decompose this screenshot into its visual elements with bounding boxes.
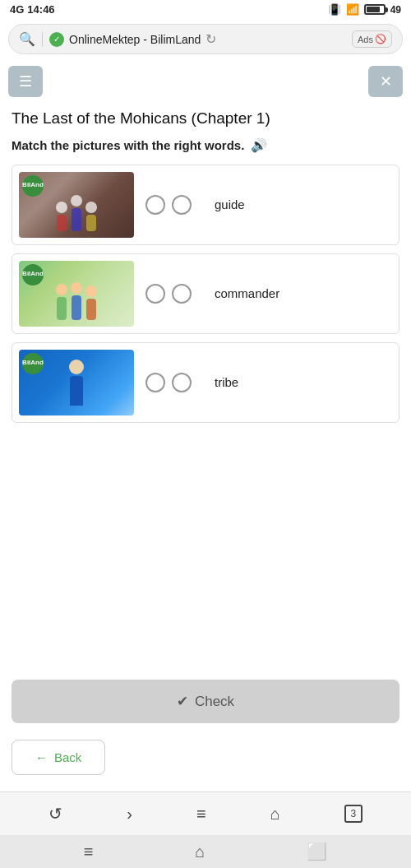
battery-fill [367, 7, 380, 12]
bilim-badge-1: BilAnd [22, 175, 44, 197]
menu-button[interactable]: ☰ [8, 66, 43, 97]
figure [85, 285, 97, 320]
sys-home-button[interactable]: ⌂ [195, 842, 205, 861]
ads-label: Ads [358, 35, 373, 44]
page-title: The Last of the Mohicans (Chapter 1) [0, 104, 411, 137]
pages-count: 3 [351, 808, 357, 819]
figure-body [57, 297, 67, 320]
battery-percent: 49 [390, 4, 401, 16]
figure-head [71, 282, 82, 294]
match-image-3: BilAnd [19, 350, 134, 415]
security-icon: ✓ [49, 32, 64, 47]
close-icon: ✕ [380, 72, 392, 91]
match-image-2: BilAnd [19, 261, 134, 327]
word-cell-3: tribe [203, 375, 392, 389]
sys-home-icon: ⌂ [195, 842, 205, 861]
sys-recent-button[interactable]: ⬜ [307, 842, 327, 861]
radio-group-3 [145, 373, 192, 392]
word-label-2: commander [215, 286, 279, 300]
check-button-wrapper: ✔ Check [0, 665, 411, 731]
status-bar: 4G 14:46 📳 📶 49 [0, 0, 411, 19]
bilim-badge-3: BilAnd [22, 353, 44, 374]
figure [69, 360, 84, 406]
home-button[interactable]: ⌂ [264, 801, 287, 827]
instruction: Match the pictures with the right words.… [12, 137, 399, 153]
system-bar: ≡ ⌂ ⬜ [0, 835, 411, 868]
back-icon: ← [35, 750, 48, 764]
wifi-icon: 📶 [346, 3, 359, 16]
radio-right-1[interactable] [172, 195, 192, 215]
figure-head [85, 202, 97, 213]
radio-left-3[interactable] [145, 373, 165, 392]
divider [42, 32, 43, 47]
check-label: Check [195, 694, 234, 710]
match-image-1: BilAnd [19, 172, 134, 238]
radio-group-2 [145, 284, 192, 304]
radio-right-3[interactable] [172, 373, 192, 392]
figure [71, 282, 82, 320]
word-label-3: tribe [215, 375, 238, 389]
check-button[interactable]: ✔ Check [12, 680, 399, 723]
browser-bar[interactable]: 🔍 ✓ OnlineMektep - BilimLand ↻ Ads 🚫 [8, 24, 403, 54]
figure-body [86, 299, 96, 320]
status-right: 📳 📶 49 [328, 3, 401, 16]
figure-body [72, 295, 81, 320]
reload-icon[interactable]: ↻ [206, 31, 216, 47]
battery-icon [364, 4, 386, 15]
figure-head [69, 360, 84, 374]
figure-body [72, 208, 81, 231]
figure-head [85, 285, 97, 297]
word-label-1: guide [215, 197, 245, 211]
menu-nav-button[interactable]: ≡ [190, 801, 213, 827]
browser-url: ✓ OnlineMektep - BilimLand ↻ [49, 31, 345, 47]
forward-button[interactable]: › [120, 801, 139, 827]
sys-back-button[interactable]: ≡ [84, 842, 94, 861]
sys-recent-icon: ⬜ [307, 842, 327, 861]
bilim-badge-2: BilAnd [22, 264, 44, 285]
menu-nav-icon: ≡ [196, 805, 206, 823]
match-row: BilAnd tribe [12, 342, 399, 423]
pages-badge: 3 [344, 805, 363, 823]
figure-body [57, 215, 67, 231]
close-button[interactable]: ✕ [368, 66, 403, 97]
ads-badge: Ads 🚫 [352, 30, 392, 48]
figure [85, 202, 97, 231]
bottom-nav: ↺ › ≡ ⌂ 3 [0, 791, 411, 835]
undo-icon: ↺ [48, 805, 62, 823]
figure [56, 284, 67, 320]
back-button[interactable]: ← Back [12, 740, 105, 775]
vibrate-icon: 📳 [328, 3, 341, 16]
url-text: OnlineMektep - BilimLand [69, 33, 201, 46]
sys-back-icon: ≡ [84, 842, 94, 861]
radio-right-2[interactable] [172, 284, 192, 304]
radio-group-1 [145, 195, 192, 215]
pages-button[interactable]: 3 [338, 801, 369, 826]
match-row: BilAnd commander [12, 253, 399, 334]
figure [71, 195, 82, 231]
home-icon: ⌂ [270, 805, 280, 823]
nav-buttons: ☰ ✕ [0, 59, 411, 104]
match-row: BilAnd guide [12, 165, 399, 245]
word-cell-1: guide [203, 197, 392, 211]
undo-button[interactable]: ↺ [42, 801, 69, 827]
back-label: Back [54, 750, 81, 764]
speaker-icon[interactable]: 🔊 [251, 137, 267, 153]
instruction-text: Match the pictures with the right words. [12, 138, 244, 152]
check-icon: ✔ [177, 693, 188, 710]
status-left: 4G 14:46 [10, 3, 55, 16]
forward-icon: › [127, 805, 132, 823]
figure [56, 202, 67, 231]
figure-body [70, 376, 83, 406]
time-text: 14:46 [27, 3, 54, 16]
figure-head [56, 202, 67, 213]
figure-head [56, 284, 67, 295]
search-icon: 🔍 [19, 31, 35, 47]
radio-left-1[interactable] [145, 195, 165, 215]
radio-left-2[interactable] [145, 284, 165, 304]
figure-body [86, 215, 96, 231]
word-cell-2: commander [203, 286, 392, 300]
main-content: Match the pictures with the right words.… [0, 137, 411, 665]
figure-head [71, 195, 82, 207]
menu-icon: ☰ [19, 72, 32, 91]
signal-text: 4G [10, 3, 24, 16]
